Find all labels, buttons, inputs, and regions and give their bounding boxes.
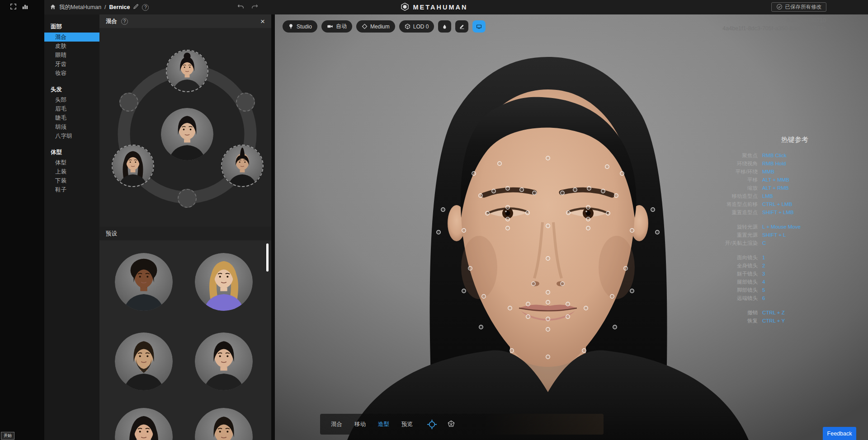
home-icon[interactable] <box>50 4 56 11</box>
hotkey-value: C <box>762 240 809 246</box>
presets-title: 预设 <box>106 230 117 238</box>
blend-node-top[interactable] <box>166 50 208 92</box>
hotkey-label: 面向镜头 <box>737 254 758 261</box>
mode-tab-sculpt[interactable]: 造型 <box>378 421 389 428</box>
paint-icon <box>459 24 465 29</box>
blend-node-bottom[interactable] <box>178 189 197 208</box>
hotkey-row: 重置光源SHIFT + L <box>725 231 809 239</box>
viewport: Studio自动MediumLOD 0 0.3.2-16030710 4a4be… <box>275 14 868 440</box>
hotkey-label: 聚焦点 <box>742 152 758 159</box>
viewport-toolbar: Studio自动MediumLOD 0 <box>283 20 486 33</box>
hotkey-value: CTRL + Z <box>762 310 809 315</box>
presets-grid <box>99 240 271 440</box>
hotkey-row: 远端镜头6 <box>725 294 809 302</box>
hotkey-row: 腿部镜头4 <box>725 278 809 286</box>
hotkey-row: 躯干镜头3 <box>725 270 809 278</box>
hotkeys-panel: 热键参考 聚焦点RMB Click环绕视角RMB Hold平移/环绕MMB平移A… <box>725 136 809 331</box>
auto-camera-button[interactable]: 自动 <box>321 20 352 33</box>
close-icon[interactable]: × <box>259 18 267 25</box>
hotkey-value: L + Mouse Move <box>762 224 809 229</box>
sidebar-item-eyes[interactable]: 眼睛 <box>44 51 99 60</box>
preset-avatar-preset-3[interactable] <box>115 332 173 390</box>
texture-tool-button[interactable] <box>455 20 468 33</box>
preset-avatar-preset-4[interactable] <box>195 332 253 390</box>
hotkey-value: ALT + MMB <box>762 177 809 183</box>
sidebar-item-makeup[interactable]: 妆容 <box>44 69 99 78</box>
saved-badge-label: 已保存所有修改 <box>785 4 822 10</box>
hotkey-label: 撤销 <box>747 309 758 316</box>
sidebar: 面部混合皮肤眼睛牙齿妆容头发头部眉毛睫毛胡须八字胡体型体型上装下装鞋子 <box>44 14 99 440</box>
sidebar-item-skin[interactable]: 皮肤 <box>44 42 99 51</box>
sidebar-item-top-clothing[interactable]: 上装 <box>44 167 99 176</box>
bottom-toolbar: 混合移动造型预览 <box>320 414 604 435</box>
blend-node-right[interactable] <box>221 145 264 187</box>
preset-avatar-preset-1[interactable] <box>115 253 173 311</box>
camera-icon <box>327 23 333 29</box>
expand-icon[interactable] <box>10 3 17 12</box>
hotkey-label: 将造型点前移 <box>726 201 758 208</box>
redo-button[interactable] <box>251 3 259 11</box>
mode-tab-move[interactable]: 移动 <box>354 421 366 428</box>
toolbar-button-label: Studio <box>297 23 312 30</box>
sidebar-item-body-type[interactable]: 体型 <box>44 158 99 167</box>
lod-button[interactable]: LOD 0 <box>399 20 434 33</box>
gizmo-move-button[interactable] <box>425 417 439 431</box>
breadcrumb-separator: / <box>104 4 106 10</box>
blend-node-upper-left[interactable] <box>119 93 138 112</box>
hotkey-label: 环绕视角 <box>737 160 758 167</box>
presets-header: 预设 <box>99 227 271 240</box>
hotkey-label: 腿部镜头 <box>737 279 758 286</box>
breadcrumb-help-icon[interactable]: ? <box>142 4 149 11</box>
sidebar-item-mustache[interactable]: 八字胡 <box>44 131 99 140</box>
toolbar-button-label: LOD 0 <box>413 23 429 30</box>
blend-node-left[interactable] <box>112 145 154 187</box>
sidebar-item-eyebrows[interactable]: 眉毛 <box>44 104 99 113</box>
preset-avatar-preset-2[interactable] <box>195 253 253 311</box>
blend-help-icon[interactable]: ? <box>121 18 128 25</box>
blend-center-avatar[interactable] <box>161 108 213 160</box>
blend-node-upper-right[interactable] <box>236 93 255 112</box>
rename-pencil-icon[interactable] <box>133 4 139 11</box>
stats-icon[interactable] <box>22 3 28 12</box>
monitor-icon <box>476 24 482 29</box>
toolbar-button-label: Medium <box>370 23 390 30</box>
hotkey-label: 脚部镜头 <box>737 287 758 294</box>
sidebar-item-blend[interactable]: 混合 <box>44 33 99 42</box>
preset-avatar-preset-5[interactable] <box>115 408 173 440</box>
hotkey-row: 聚焦点RMB Click <box>725 151 809 159</box>
presets-scrollbar[interactable] <box>266 243 269 271</box>
studio-lighting-button[interactable]: Studio <box>283 20 317 33</box>
start-button[interactable]: 开始 <box>1 432 14 440</box>
hotkey-row: 旋转光源L + Mouse Move <box>725 223 809 231</box>
sculpt-mesh-button[interactable] <box>444 417 458 431</box>
hotkey-value: 1 <box>762 255 809 260</box>
sidebar-item-bottom-clothing[interactable]: 下装 <box>44 176 99 185</box>
sidebar-item-beard[interactable]: 胡须 <box>44 122 99 131</box>
hotkey-row: 开/关黏土渲染C <box>725 239 809 247</box>
hotkey-value: SHIFT + L <box>762 232 809 238</box>
corner-icon-group <box>0 0 44 14</box>
preset-avatar-preset-6[interactable] <box>195 408 253 440</box>
quality-button[interactable]: Medium <box>356 20 395 33</box>
hotkey-value: MMB <box>762 169 809 174</box>
undo-button[interactable] <box>237 3 245 11</box>
hotkey-row: 撤销CTRL + Z <box>725 309 809 317</box>
sidebar-item-eyelashes[interactable]: 睫毛 <box>44 113 99 122</box>
sidebar-item-teeth[interactable]: 牙齿 <box>44 60 99 69</box>
mode-tab-blend[interactable]: 混合 <box>331 421 342 428</box>
blend-panel: 混合 ? × <box>99 14 271 440</box>
hotkey-value: SHIFT + LMB <box>762 210 809 215</box>
lightbulb-icon <box>288 23 294 29</box>
logo-text: METAHUMAN <box>413 4 468 11</box>
mode-tab-preview[interactable]: 预览 <box>401 421 413 428</box>
hotkey-value: 4 <box>762 279 809 285</box>
feedback-button[interactable]: Feedback <box>823 427 856 440</box>
sidebar-item-head-hair[interactable]: 头部 <box>44 95 99 104</box>
hotkey-label: 重置光源 <box>737 232 758 239</box>
screen-overlay-button[interactable] <box>472 20 486 33</box>
hotkey-row: 脚部镜头5 <box>725 286 809 294</box>
breadcrumb-root[interactable]: 我的MetaHuman <box>59 4 101 11</box>
sidebar-item-shoes[interactable]: 鞋子 <box>44 185 99 194</box>
blend-panel-header: 混合 ? × <box>99 14 271 28</box>
clay-render-button[interactable] <box>438 20 451 33</box>
